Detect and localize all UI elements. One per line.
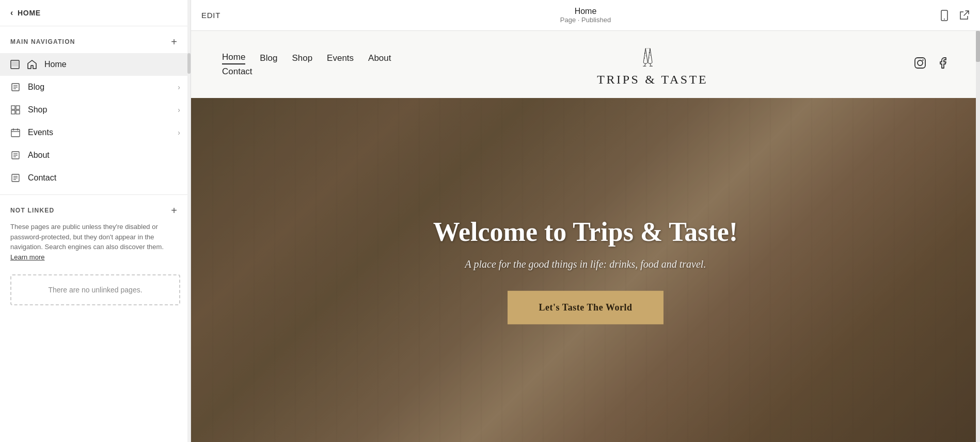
events-icon [10, 127, 21, 138]
site-nav-shop[interactable]: Shop [292, 53, 312, 63]
svg-point-37 [922, 59, 923, 60]
external-link-icon [958, 10, 970, 21]
nav-home-label: Home [44, 60, 180, 69]
website-preview: Home Blog Shop Events About Contact [191, 31, 980, 442]
nav-item-contact[interactable]: Contact [0, 167, 191, 189]
site-nav-events[interactable]: Events [327, 53, 354, 63]
site-nav-home[interactable]: Home [222, 52, 245, 64]
nav-contact-label: Contact [28, 173, 180, 183]
external-link-button[interactable] [958, 10, 970, 21]
nav-events-label: Events [28, 128, 170, 137]
instagram-icon[interactable] [914, 57, 926, 72]
contact-icon [10, 173, 21, 183]
svg-point-26 [644, 58, 645, 58]
page-name: Home [560, 7, 611, 16]
topbar-center: Home Page · Published [560, 7, 611, 24]
svg-point-25 [645, 56, 646, 56]
svg-rect-6 [11, 106, 15, 109]
main-content: EDIT Home Page · Published [191, 0, 980, 442]
svg-rect-8 [11, 110, 15, 114]
main-nav-header: MAIN NAVIGATION + [0, 26, 191, 53]
sidebar: ‹ HOME MAIN NAVIGATION + Home [0, 0, 191, 442]
not-linked-header: NOT LINKED + [10, 204, 180, 217]
svg-rect-7 [16, 106, 20, 109]
svg-point-23 [944, 19, 945, 20]
site-header: Home Blog Shop Events About Contact [191, 31, 980, 98]
mobile-icon [939, 10, 950, 21]
hero-cta-button[interactable]: Let's Taste The World [508, 291, 663, 324]
preview-scrollbar-thumb[interactable] [976, 31, 980, 62]
hero-section: Welcome to Trips & Taste! A place for th… [191, 98, 980, 442]
home-icon [27, 59, 37, 70]
edit-button[interactable]: EDIT [201, 11, 220, 20]
topbar: EDIT Home Page · Published [191, 0, 980, 31]
svg-point-24 [644, 53, 645, 54]
nav-blog-label: Blog [28, 83, 170, 92]
shop-icon [10, 105, 21, 115]
svg-line-31 [650, 63, 651, 66]
not-linked-description: These pages are public unless they're di… [10, 222, 180, 262]
events-chevron-icon: › [178, 128, 180, 137]
home-page-icon [10, 60, 20, 69]
site-nav-blog[interactable]: Blog [260, 53, 277, 63]
hero-content: Welcome to Trips & Taste! A place for th… [431, 216, 740, 324]
site-social [914, 57, 949, 72]
home-active-indicator [10, 60, 20, 69]
sidebar-scrollbar-thumb[interactable] [187, 53, 191, 74]
blog-icon [10, 82, 21, 92]
logo-text: TRIPS & TASTE [597, 73, 708, 87]
back-chevron-icon: ‹ [10, 8, 13, 18]
site-nav-row-2: Contact [222, 67, 391, 77]
hero-subtitle: A place for the good things in life: dri… [431, 258, 740, 270]
nav-shop-label: Shop [28, 105, 170, 114]
svg-rect-10 [11, 129, 20, 137]
topbar-right [939, 10, 970, 21]
learn-more-link[interactable]: Learn more [10, 253, 44, 261]
nav-item-events[interactable]: Events › [0, 121, 191, 144]
svg-rect-1 [12, 61, 18, 67]
shop-chevron-icon: › [178, 106, 180, 114]
svg-point-29 [649, 57, 649, 58]
add-nav-item-button[interactable]: + [168, 36, 180, 48]
about-icon [10, 150, 21, 160]
back-label: HOME [18, 9, 41, 17]
page-status: Page · Published [560, 16, 611, 24]
facebook-icon[interactable] [937, 57, 949, 72]
svg-line-30 [644, 63, 645, 66]
unlinked-pages-box: There are no unlinked pages. [10, 274, 180, 305]
site-nav-contact[interactable]: Contact [222, 67, 252, 77]
nav-item-home[interactable]: Home [0, 53, 191, 76]
preview-scrollbar[interactable] [976, 31, 980, 442]
site-nav-about[interactable]: About [368, 53, 391, 63]
svg-point-36 [918, 60, 923, 66]
svg-point-27 [649, 52, 650, 53]
nav-about-label: About [28, 151, 180, 160]
nav-item-blog[interactable]: Blog › [0, 76, 191, 99]
mobile-preview-button[interactable] [939, 10, 950, 21]
svg-rect-9 [16, 110, 20, 114]
add-unlinked-button[interactable]: + [168, 204, 180, 217]
main-nav-title: MAIN NAVIGATION [10, 38, 75, 45]
svg-point-28 [650, 55, 651, 55]
svg-rect-35 [915, 58, 925, 68]
nav-item-about[interactable]: About [0, 144, 191, 167]
not-linked-section: NOT LINKED + These pages are public unle… [0, 194, 191, 267]
nav-items-list: Home Blog › [0, 53, 191, 189]
back-to-home[interactable]: ‹ HOME [0, 0, 191, 26]
hero-title: Welcome to Trips & Taste! [431, 216, 740, 248]
nav-item-shop[interactable]: Shop › [0, 99, 191, 121]
site-logo: TRIPS & TASTE [597, 42, 708, 87]
logo-glasses-icon [640, 42, 666, 71]
site-nav-row-1: Home Blog Shop Events About [222, 52, 391, 64]
sidebar-scrollbar[interactable] [187, 0, 191, 442]
site-nav: Home Blog Shop Events About Contact [222, 52, 391, 77]
blog-chevron-icon: › [178, 83, 180, 91]
not-linked-title: NOT LINKED [10, 207, 54, 214]
